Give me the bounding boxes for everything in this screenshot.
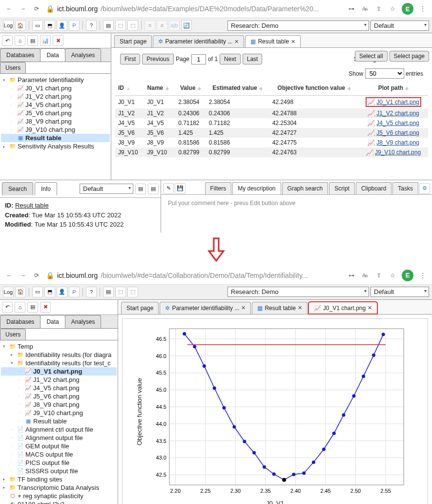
column-header[interactable]: Value ◆ [175, 81, 206, 96]
tree-toggle-icon[interactable]: · [19, 385, 23, 390]
tree-label[interactable]: Identifiability results (for diagra [25, 351, 111, 358]
tree-tool1-button[interactable]: ▤ [27, 302, 38, 313]
tree-up-button[interactable]: ⌂ [15, 302, 25, 313]
desc-tab-graph-search[interactable]: Graph search [282, 182, 329, 194]
tree-item[interactable]: ·📄MACS output file [1, 450, 117, 459]
select-page-button[interactable]: Select page [390, 51, 429, 62]
key-icon[interactable]: ⊶ [347, 4, 356, 13]
reload-icon[interactable]: ⟳ [32, 271, 41, 280]
desc-tab-script[interactable]: Script [329, 182, 355, 194]
tree-label[interactable]: TF binding sites [18, 476, 62, 483]
tool-c-button[interactable]: ⬚ [127, 20, 138, 31]
desc-tab-my-description[interactable]: My description [232, 182, 281, 194]
avatar[interactable]: E [402, 3, 413, 15]
logout-button[interactable]: Log [3, 287, 14, 297]
content-tab[interactable]: Start page [114, 35, 152, 47]
reload-icon[interactable]: ⟳ [32, 4, 41, 13]
close-icon[interactable]: ✕ [368, 305, 372, 311]
tree-toggle-icon[interactable]: ▸ [3, 144, 8, 149]
layout1-button[interactable]: ▭ [32, 20, 43, 31]
tree-label[interactable]: Alignment ctrl output file [25, 426, 93, 433]
menu-icon[interactable]: ⋮ [418, 4, 427, 13]
tree-label[interactable]: + reg synaptic plasticity [18, 492, 83, 500]
nav-tab-analyses[interactable]: Analyses [65, 48, 102, 62]
tree-label[interactable]: Parameter Identifiability [18, 76, 84, 84]
column-header[interactable]: ID ▲ [115, 81, 144, 96]
tree-label[interactable]: J9_V10 chart.png [25, 126, 75, 133]
close-icon[interactable]: ✕ [291, 39, 295, 45]
content-tab[interactable]: Start page [121, 302, 159, 314]
desc-tab-filters[interactable]: Filters [205, 182, 232, 194]
translate-icon[interactable]: 🗛 [361, 271, 370, 280]
column-header[interactable]: Name ◆ [144, 81, 176, 96]
tree-item[interactable]: ·📈J5_V6 chart.png [1, 392, 117, 400]
logout-button[interactable]: Log [3, 20, 14, 31]
key-icon[interactable]: ⊶ [347, 271, 356, 280]
tree-item[interactable]: ·📈J0_V1 chart.png [1, 84, 110, 92]
share-icon[interactable]: ⇪ [374, 271, 383, 280]
tree-label[interactable]: J0_V1 chart.png [33, 368, 82, 375]
tool-a-button[interactable]: ▤ [103, 20, 114, 31]
menu-icon[interactable]: ⋮ [418, 271, 427, 280]
user-button[interactable]: 👤 [57, 20, 67, 31]
sort-icon[interactable]: ◆ [346, 86, 351, 91]
tree-toggle-icon[interactable]: · [19, 394, 23, 399]
tree-toggle-icon[interactable]: · [3, 493, 8, 498]
next-button[interactable]: Next [220, 54, 241, 64]
tree-toggle-icon[interactable]: · [19, 369, 23, 374]
tree-item[interactable]: ▾📁Temp [1, 342, 117, 351]
tree-label[interactable]: J1_V2 chart.png [25, 93, 72, 100]
column-header[interactable]: Plot path ◆ [359, 81, 428, 96]
content-tab[interactable]: ✲Parameter identifiability ...✕ [153, 35, 244, 47]
share-icon[interactable]: ⇪ [374, 4, 383, 13]
column-header[interactable]: Objective function value ◆ [269, 81, 359, 96]
tree-toggle-icon[interactable]: · [3, 502, 8, 504]
url-bar[interactable]: 🔒 ict.biouml.org/bioumlweb/#de=data/Exam… [46, 5, 342, 13]
tree-item[interactable]: ▾📁Parameter Identifiability [1, 76, 110, 84]
previous-button[interactable]: Previous [142, 54, 174, 64]
plot-link[interactable]: 📈J1_V2 chart.png [368, 110, 419, 117]
star-icon[interactable]: ☆ [388, 271, 397, 280]
forward-icon[interactable]: → [19, 271, 27, 280]
search-tab[interactable]: Search [2, 182, 33, 195]
tree-toggle-icon[interactable]: · [19, 402, 23, 407]
nav-tab-analyses[interactable]: Analyses [65, 315, 102, 328]
plot-link[interactable]: 📈J4_V5 chart.png [368, 120, 419, 126]
p-button[interactable]: P [69, 20, 80, 31]
tree-toggle-icon[interactable]: · [11, 103, 16, 107]
tree-toggle-icon[interactable]: · [19, 377, 23, 382]
tree-toggle-icon[interactable]: · [11, 136, 16, 141]
table-row[interactable]: J5_V6J5_V61.4251.42542.24727📈J5_V6 chart… [115, 128, 428, 138]
home-button[interactable]: 🏠 [15, 20, 26, 31]
user-button[interactable]: 👤 [57, 287, 67, 297]
tree-item[interactable]: ·📈J9_V10 chart.png [1, 126, 110, 134]
tool-g-button[interactable]: 🔄 [181, 20, 192, 31]
tree-toggle-icon[interactable]: ▾ [11, 360, 16, 365]
default-dropdown[interactable]: Default [370, 287, 429, 297]
content-tab[interactable]: ✲Parameter identifiability ...✕ [160, 302, 251, 314]
layout2-button[interactable]: ⬒ [44, 20, 55, 31]
sort-icon[interactable]: ◆ [258, 86, 263, 91]
tree-item[interactable]: ·◐01188-sbml-l3v2 [1, 500, 117, 504]
tree-label[interactable]: J4_V5 chart.png [33, 384, 80, 392]
info-tool1-button[interactable]: ▤ [135, 184, 146, 194]
tree-toggle-icon[interactable]: ▸ [11, 352, 16, 357]
tool-c-button[interactable]: ⬚ [127, 287, 138, 297]
tree-label[interactable]: Identifiability results (for test_c [25, 359, 111, 367]
tree-toggle-icon[interactable]: · [11, 94, 16, 99]
tree-toggle-icon[interactable]: ▸ [3, 485, 8, 490]
tree-toggle-icon[interactable]: · [11, 435, 16, 440]
tree-back-button[interactable]: ↶ [2, 302, 13, 313]
tree-item[interactable]: ·📄Alignment ctrl output file [1, 425, 117, 434]
tree-label[interactable]: J8_V9 chart.png [25, 118, 72, 125]
tree-item[interactable]: ▸📁Identifiability results (for diagra [1, 351, 117, 359]
tree-label[interactable]: J4_V5 chart.png [25, 101, 72, 108]
tree-toggle-icon[interactable]: · [11, 443, 16, 448]
tree-delete-button[interactable]: ✖ [53, 35, 63, 46]
tree-toggle-icon[interactable]: · [11, 119, 16, 124]
edit-button[interactable]: ✎ [163, 183, 174, 194]
content-tab[interactable]: ▦Result table✕ [245, 35, 300, 47]
tree-item[interactable]: ·📄SISSRS output file [1, 467, 117, 475]
plot-link[interactable]: 📈J5_V6 chart.png [368, 129, 419, 136]
tree-item[interactable]: ·📈J1_V2 chart.png [1, 376, 117, 384]
